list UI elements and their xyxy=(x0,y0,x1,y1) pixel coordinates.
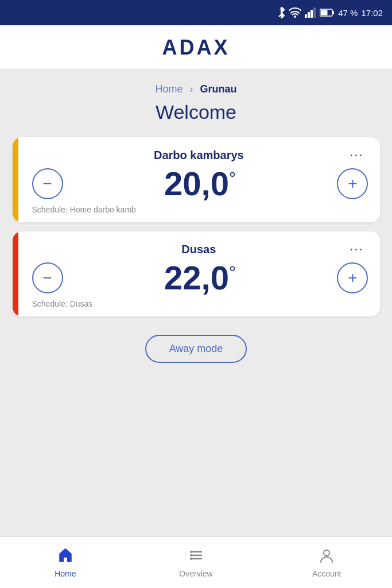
card-content-darbo: Darbo kambarys ··· − 20,0° + Schedule: H… xyxy=(32,146,368,214)
device-card-dusas: Dusas ··· − 22,0° + Schedule: Dusas xyxy=(13,231,380,316)
svg-rect-6 xyxy=(308,12,310,18)
breadcrumb-separator: › xyxy=(190,83,193,95)
nav-item-home[interactable]: Home xyxy=(0,537,131,588)
nav-item-account[interactable]: Account xyxy=(261,537,392,588)
card-header-darbo: Darbo kambarys ··· xyxy=(32,146,368,164)
home-icon xyxy=(57,547,73,566)
app-header: ADAX xyxy=(0,25,392,69)
more-button-dusas[interactable]: ··· xyxy=(345,241,368,258)
temp-controls-dusas: − 22,0° + xyxy=(32,261,368,295)
nav-label-overview: Overview xyxy=(179,569,212,578)
nav-item-overview[interactable]: Overview xyxy=(131,537,262,588)
increase-temp-darbo[interactable]: + xyxy=(337,168,368,199)
schedule-darbo: Schedule: Home darbo kamb xyxy=(32,205,368,214)
bottom-nav: Home Overview Account xyxy=(0,536,392,588)
svg-point-16 xyxy=(190,551,192,553)
breadcrumb-home[interactable]: Home xyxy=(155,83,183,95)
increase-temp-dusas[interactable]: + xyxy=(337,262,368,293)
device-card-darbo: Darbo kambarys ··· − 20,0° + Schedule: H… xyxy=(13,137,380,222)
svg-point-17 xyxy=(190,554,192,556)
device-name-dusas: Dusas xyxy=(53,243,346,256)
temp-controls-darbo: − 20,0° + xyxy=(32,167,368,200)
temp-display-darbo: 20,0° xyxy=(164,167,236,200)
svg-rect-11 xyxy=(321,10,328,16)
app-logo: ADAX xyxy=(162,36,230,60)
battery-icon xyxy=(320,8,335,17)
svg-point-18 xyxy=(190,558,192,560)
decrease-temp-darbo[interactable]: − xyxy=(32,168,63,199)
away-mode-button[interactable]: Away mode xyxy=(145,335,247,363)
time-text: 17:02 xyxy=(361,8,383,18)
svg-rect-8 xyxy=(313,7,316,18)
welcome-title: Welcome xyxy=(156,101,236,123)
account-icon xyxy=(319,547,335,566)
svg-rect-5 xyxy=(305,14,307,18)
svg-point-19 xyxy=(324,550,329,556)
more-button-darbo[interactable]: ··· xyxy=(345,146,368,164)
device-name-darbo: Darbo kambarys xyxy=(53,149,346,162)
status-icons: 47 % 17:02 xyxy=(277,7,383,18)
schedule-dusas: Schedule: Dusas xyxy=(32,299,368,308)
overview-icon xyxy=(188,547,204,566)
nav-label-home: Home xyxy=(55,569,76,578)
temp-display-dusas: 22,0° xyxy=(164,261,236,295)
card-content-dusas: Dusas ··· − 22,0° + Schedule: Dusas xyxy=(32,241,368,308)
breadcrumb-active[interactable]: Grunau xyxy=(200,83,237,95)
nav-label-account: Account xyxy=(312,569,341,578)
status-bar: 47 % 17:02 xyxy=(0,0,392,25)
svg-rect-12 xyxy=(64,558,67,562)
svg-rect-10 xyxy=(332,11,334,14)
breadcrumb: Home › Grunau xyxy=(155,83,236,95)
signal-icon xyxy=(305,7,316,18)
battery-text: 47 % xyxy=(338,8,358,18)
svg-rect-7 xyxy=(311,10,313,18)
wifi-icon xyxy=(289,7,301,18)
decrease-temp-dusas[interactable]: − xyxy=(32,262,63,293)
bluetooth-icon xyxy=(277,7,285,18)
card-header-dusas: Dusas ··· xyxy=(32,241,368,258)
card-accent-dusas xyxy=(13,231,18,316)
card-accent-darbo xyxy=(13,137,18,222)
main-content: Home › Grunau Welcome Darbo kambarys ···… xyxy=(0,69,392,536)
